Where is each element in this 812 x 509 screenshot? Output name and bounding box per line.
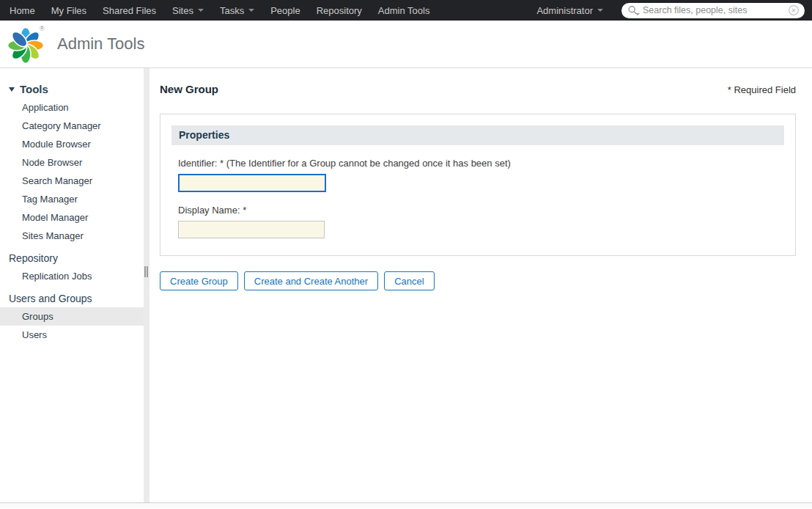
chevron-down-icon xyxy=(198,9,204,12)
main-content: New Group * Required Field Properties Id… xyxy=(150,68,812,502)
nav-menu: Home My Files Shared Files Sites Tasks P… xyxy=(1,0,438,21)
display-name-field[interactable] xyxy=(178,221,325,238)
sidebar-item-model-manager[interactable]: Model Manager xyxy=(0,208,144,227)
chevron-down-icon xyxy=(248,9,254,12)
footer-strip xyxy=(0,502,812,508)
sidebar-item-search-manager[interactable]: Search Manager xyxy=(0,172,144,190)
cancel-button[interactable]: Cancel xyxy=(384,271,434,290)
sidebar-item-sites-manager[interactable]: Sites Manager xyxy=(0,227,144,245)
sidebar-item-category-manager[interactable]: Category Manager xyxy=(0,117,144,135)
display-name-label: Display Name: * xyxy=(178,205,795,216)
app-header: ® Admin Tools xyxy=(0,21,812,68)
sidebar: Tools Application Category Manager Modul… xyxy=(0,68,144,502)
sidebar-item-groups[interactable]: Groups xyxy=(0,307,144,326)
title-row: New Group * Required Field xyxy=(160,83,796,95)
nav-item-my-files[interactable]: My Files xyxy=(43,0,95,21)
registered-mark-icon: ® xyxy=(40,25,45,32)
sidebar-section-tools[interactable]: Tools xyxy=(0,80,144,98)
sidebar-item-users[interactable]: Users xyxy=(0,326,144,344)
search-input[interactable] xyxy=(640,5,788,15)
nav-item-repository[interactable]: Repository xyxy=(309,0,370,21)
user-menu-label: Administrator xyxy=(536,5,593,16)
identifier-label: Identifier: * (The Identifier for a Grou… xyxy=(178,158,795,169)
nav-item-admin-tools[interactable]: Admin Tools xyxy=(370,0,438,21)
panel-header: Properties xyxy=(171,125,784,145)
search-box xyxy=(621,3,805,18)
nav-item-sites[interactable]: Sites xyxy=(164,0,212,21)
nav-right: Administrator xyxy=(528,3,805,18)
nav-item-shared-files[interactable]: Shared Files xyxy=(95,0,164,21)
section-label: Tools xyxy=(20,83,48,95)
top-nav-bar: Home My Files Shared Files Sites Tasks P… xyxy=(0,0,812,21)
user-menu[interactable]: Administrator xyxy=(528,5,611,16)
clear-search-icon[interactable] xyxy=(788,4,800,16)
sidebar-splitter[interactable] xyxy=(144,68,150,502)
page-body: Tools Application Category Manager Modul… xyxy=(0,68,812,502)
create-and-create-another-button[interactable]: Create and Create Another xyxy=(244,271,378,290)
chevron-down-icon xyxy=(597,9,603,12)
collapse-triangle-icon xyxy=(9,87,15,92)
button-row: Create Group Create and Create Another C… xyxy=(160,271,796,290)
sidebar-item-node-browser[interactable]: Node Browser xyxy=(0,153,144,172)
page-title: New Group xyxy=(160,83,218,95)
sidebar-item-application[interactable]: Application xyxy=(0,98,144,117)
sidebar-item-module-browser[interactable]: Module Browser xyxy=(0,135,144,153)
nav-item-tasks[interactable]: Tasks xyxy=(212,0,262,21)
alfresco-logo: ® xyxy=(7,23,45,65)
sidebar-section-repository: Repository xyxy=(0,248,144,267)
nav-item-label: Tasks xyxy=(220,5,244,16)
create-group-button[interactable]: Create Group xyxy=(160,271,238,290)
nav-item-people[interactable]: People xyxy=(262,0,308,21)
form-area: Identifier: * (The Identifier for a Grou… xyxy=(160,158,795,238)
identifier-field[interactable] xyxy=(178,174,326,192)
sidebar-section-users-and-groups: Users and Groups xyxy=(0,288,144,307)
sidebar-item-tag-manager[interactable]: Tag Manager xyxy=(0,190,144,208)
required-field-note: * Required Field xyxy=(728,84,796,95)
splitter-grip-icon xyxy=(144,266,148,277)
nav-item-home[interactable]: Home xyxy=(1,0,43,21)
properties-panel: Properties Identifier: * (The Identifier… xyxy=(160,114,796,256)
nav-item-label: Sites xyxy=(172,5,193,16)
page-heading: Admin Tools xyxy=(57,34,144,54)
sidebar-item-replication-jobs[interactable]: Replication Jobs xyxy=(0,267,144,285)
